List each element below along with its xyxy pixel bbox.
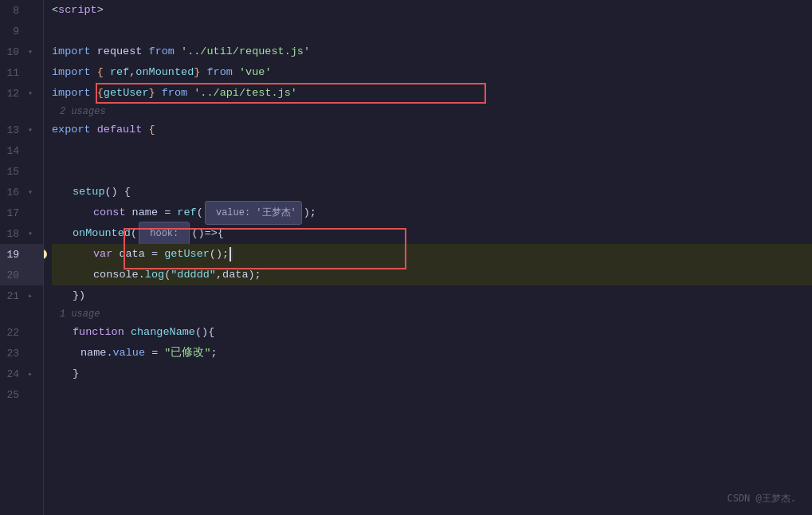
import-kw-11: import [52, 62, 97, 83]
from-kw-12: from [162, 83, 194, 104]
name-var: name [132, 202, 165, 223]
vue-path: 'vue' [239, 62, 272, 83]
from-kw-10: from [149, 41, 182, 62]
code-area: 8 9 10 11 12 13 14 15 16 17 18 19 [0, 0, 812, 515]
code-line-18: onMounted( hook: ()=>{ [52, 223, 812, 244]
code-line-24: } [52, 364, 812, 384]
cursor [229, 247, 233, 261]
script-tag: < [52, 0, 58, 21]
brace-open-12: { [97, 83, 104, 104]
line-num-22: 22 [0, 327, 24, 339]
line-num-19: 19 [0, 249, 24, 261]
line-num-13: 13 [0, 124, 24, 136]
code-line-20: console.log("ddddd",data); [52, 265, 812, 285]
line-num-10: 10 [0, 46, 24, 58]
yellow-dot-19 [44, 250, 47, 259]
code-lines: <script> import request from '../util/re… [44, 0, 812, 515]
line-num-9: 9 [0, 26, 24, 37]
from-kw-11: from [206, 62, 239, 83]
usage-hint-1: 1 usage [52, 306, 812, 322]
watermark: CSDN @王梦杰. [727, 492, 796, 505]
default-kw: default [97, 120, 149, 140]
export-kw: export [52, 120, 97, 140]
code-line-9 [52, 21, 812, 41]
data-var: data [119, 244, 151, 265]
line-num-21: 21 [0, 290, 24, 302]
code-line-8: <script> [52, 0, 812, 21]
data-arg: data [222, 265, 248, 285]
line-num-17: 17 [0, 207, 24, 219]
fold-arrow-21[interactable] [24, 291, 37, 301]
import-kw-10: import [52, 41, 97, 62]
code-line-16: setup() { [52, 182, 812, 202]
import-kw-12: import [52, 83, 97, 104]
code-line-15 [52, 161, 812, 182]
code-line-19: var data = getUser(); [52, 244, 812, 265]
var-kw: var [93, 244, 119, 265]
console-ident: console [93, 265, 139, 285]
fold-arrow-13[interactable] [24, 125, 37, 135]
code-line-10: import request from '../util/request.js' [52, 41, 812, 62]
usages-hint-2: 2 usages [52, 104, 812, 120]
code-line-14 [52, 140, 812, 161]
onmounted-ident: onMounted [135, 62, 194, 83]
function-kw: function [73, 322, 131, 343]
line-num-8: 8 [0, 5, 24, 17]
line-num-23: 23 [0, 348, 24, 360]
hook-tooltip: hook: [139, 222, 190, 246]
line-num-20: 20 [0, 269, 24, 281]
line-num-18: 18 [0, 228, 24, 240]
line-num-16: 16 [0, 187, 24, 199]
ref-call: ref [177, 202, 196, 223]
line-num-25: 25 [0, 389, 24, 401]
code-line-12: import {getUser} from '../api/test.js' [52, 83, 812, 104]
brace-open-11: { [97, 62, 110, 83]
line-num-24: 24 [0, 368, 24, 380]
value-prop: value [113, 343, 146, 364]
ref-ident: ref [110, 62, 129, 83]
setup-fn: setup [73, 182, 105, 202]
fold-arrow-24[interactable] [24, 369, 37, 379]
request-path: '../util/request.js' [181, 41, 310, 62]
fold-arrow-18[interactable] [24, 229, 37, 238]
log-str: "ddddd" [171, 265, 216, 285]
brace-close-11: } [194, 62, 206, 83]
usages-gutter [0, 104, 44, 120]
getuser-call: getUser [164, 244, 210, 265]
log-call: log [145, 265, 164, 285]
value-tooltip: value: '王梦杰' [205, 201, 302, 225]
usage-gutter [0, 306, 44, 322]
code-line-13: export default { [52, 120, 812, 140]
code-line-17: const name = ref( value: '王梦杰'); [52, 202, 812, 223]
script-keyword: script [58, 0, 97, 21]
fold-arrow-12[interactable] [24, 88, 37, 98]
code-line-25 [52, 384, 812, 405]
const-kw: const [93, 202, 132, 223]
code-line-11: import { ref,onMounted} from 'vue' [52, 62, 812, 83]
apitest-path: '../api/test.js' [194, 83, 297, 104]
modified-str: "已修改" [164, 343, 210, 364]
onmounted-call: onMounted [73, 223, 131, 244]
obj-open: { [149, 120, 155, 140]
name-prop: name [80, 343, 106, 364]
request-ident: request [97, 41, 149, 62]
code-line-21: }) [52, 285, 812, 306]
code-line-22: function changeName(){ [52, 322, 812, 343]
line-num-11: 11 [0, 67, 24, 79]
changename-fn: changeName [131, 322, 195, 343]
brace-close-12: } [149, 83, 162, 104]
line-num-14: 14 [0, 145, 24, 157]
script-tag-close: > [97, 0, 104, 21]
fold-arrow-16[interactable] [24, 187, 37, 197]
code-editor: 8 9 10 11 12 13 14 15 16 17 18 19 [0, 0, 812, 515]
line-num-12: 12 [0, 88, 24, 100]
code-line-23: name.value = "已修改"; [52, 343, 812, 364]
line-gutter: 8 9 10 11 12 13 14 15 16 17 18 19 [0, 0, 44, 515]
getuser-ident: getUser [104, 83, 149, 104]
line-num-15: 15 [0, 166, 24, 178]
fold-arrow-10[interactable] [24, 47, 37, 57]
